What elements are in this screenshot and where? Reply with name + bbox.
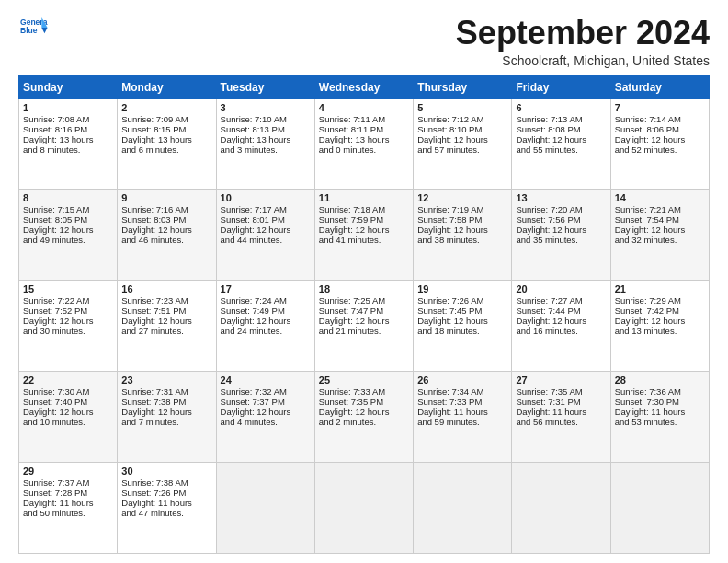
day-info: Sunrise: 7:26 AM <box>417 295 507 305</box>
day-info: Daylight: 12 hours <box>319 316 409 326</box>
day-info: Daylight: 12 hours <box>615 134 705 144</box>
day-info: Sunset: 7:54 PM <box>615 214 705 224</box>
day-info: Sunrise: 7:34 AM <box>417 386 507 396</box>
table-row: 27Sunrise: 7:35 AMSunset: 7:31 PMDayligh… <box>512 372 610 463</box>
day-info: Sunset: 7:58 PM <box>417 214 507 224</box>
day-info: and 3 minutes. <box>221 144 311 155</box>
calendar-table: Sunday Monday Tuesday Wednesday Thursday… <box>18 75 710 554</box>
col-monday: Monday <box>118 75 216 98</box>
day-info: Daylight: 12 hours <box>121 316 211 326</box>
day-info: and 7 minutes. <box>121 417 211 427</box>
day-info: and 47 minutes. <box>121 508 211 518</box>
col-wednesday: Wednesday <box>314 75 413 98</box>
calendar-page: General Blue September 2024 Schoolcraft,… <box>0 0 728 563</box>
table-row <box>314 463 413 554</box>
day-info: Sunset: 7:37 PM <box>221 396 311 407</box>
day-number: 18 <box>319 283 409 294</box>
day-info: Daylight: 12 hours <box>23 316 113 326</box>
day-info: Sunrise: 7:16 AM <box>121 204 211 214</box>
col-tuesday: Tuesday <box>216 75 314 98</box>
day-info: Sunset: 8:01 PM <box>221 214 311 224</box>
day-info: Sunrise: 7:15 AM <box>23 204 113 214</box>
day-info: Sunrise: 7:09 AM <box>121 114 211 124</box>
day-info: and 55 minutes. <box>516 144 606 155</box>
day-info: Daylight: 12 hours <box>23 224 113 235</box>
day-info: Daylight: 12 hours <box>319 407 409 417</box>
day-info: Daylight: 12 hours <box>615 224 705 235</box>
day-info: Sunrise: 7:18 AM <box>319 204 409 214</box>
table-row: 20Sunrise: 7:27 AMSunset: 7:44 PMDayligh… <box>512 281 610 372</box>
table-row: 1Sunrise: 7:08 AMSunset: 8:16 PMDaylight… <box>19 98 118 190</box>
table-row: 6Sunrise: 7:13 AMSunset: 8:08 PMDaylight… <box>512 98 610 190</box>
day-info: Daylight: 12 hours <box>516 134 606 144</box>
day-info: Daylight: 12 hours <box>417 134 507 144</box>
day-info: Daylight: 13 hours <box>319 134 409 144</box>
day-info: Sunset: 7:40 PM <box>23 396 113 407</box>
day-number: 22 <box>23 374 113 385</box>
day-info: Sunrise: 7:38 AM <box>121 477 211 488</box>
table-row: 4Sunrise: 7:11 AMSunset: 8:11 PMDaylight… <box>314 98 413 190</box>
day-info: Sunset: 7:51 PM <box>121 305 211 316</box>
day-info: Sunset: 7:28 PM <box>23 488 113 498</box>
day-info: Sunset: 7:42 PM <box>615 305 705 316</box>
day-info: and 53 minutes. <box>615 417 705 427</box>
table-row: 16Sunrise: 7:23 AMSunset: 7:51 PMDayligh… <box>118 281 216 372</box>
day-number: 11 <box>319 192 409 203</box>
day-info: Daylight: 12 hours <box>319 224 409 235</box>
calendar-week-row: 29Sunrise: 7:37 AMSunset: 7:28 PMDayligh… <box>19 463 710 554</box>
day-info: and 13 minutes. <box>615 326 705 336</box>
day-info: Sunrise: 7:31 AM <box>121 386 211 396</box>
day-info: and 49 minutes. <box>23 235 113 245</box>
day-number: 10 <box>221 192 311 203</box>
table-row: 15Sunrise: 7:22 AMSunset: 7:52 PMDayligh… <box>19 281 118 372</box>
day-info: Sunset: 7:59 PM <box>319 214 409 224</box>
table-row: 24Sunrise: 7:32 AMSunset: 7:37 PMDayligh… <box>216 372 314 463</box>
day-info: Sunrise: 7:21 AM <box>615 204 705 214</box>
day-info: and 21 minutes. <box>319 326 409 336</box>
day-info: Sunrise: 7:08 AM <box>23 114 113 124</box>
day-info: Sunset: 8:15 PM <box>121 124 211 134</box>
table-row: 12Sunrise: 7:19 AMSunset: 7:58 PMDayligh… <box>414 190 512 281</box>
day-number: 26 <box>417 374 507 385</box>
table-row <box>216 463 314 554</box>
day-info: and 38 minutes. <box>417 235 507 245</box>
day-info: Daylight: 11 hours <box>615 407 705 417</box>
day-number: 14 <box>615 192 705 203</box>
day-number: 29 <box>23 465 113 477</box>
day-info: Sunrise: 7:23 AM <box>121 295 211 305</box>
col-friday: Friday <box>512 75 610 98</box>
day-info: Sunset: 8:11 PM <box>319 124 409 134</box>
day-info: Sunrise: 7:27 AM <box>516 295 606 305</box>
day-info: Sunrise: 7:35 AM <box>516 386 606 396</box>
day-number: 23 <box>121 374 211 385</box>
day-info: Sunset: 7:38 PM <box>121 396 211 407</box>
day-info: and 52 minutes. <box>615 144 705 155</box>
day-info: Daylight: 11 hours <box>121 498 211 508</box>
day-info: and 6 minutes. <box>121 144 211 155</box>
day-info: Daylight: 12 hours <box>121 407 211 417</box>
calendar-header-row: Sunday Monday Tuesday Wednesday Thursday… <box>19 75 710 98</box>
day-info: and 16 minutes. <box>516 326 606 336</box>
day-number: 13 <box>516 192 606 203</box>
day-info: Sunrise: 7:17 AM <box>221 204 311 214</box>
day-info: and 2 minutes. <box>319 417 409 427</box>
day-info: Sunrise: 7:33 AM <box>319 386 409 396</box>
day-info: and 18 minutes. <box>417 326 507 336</box>
table-row: 26Sunrise: 7:34 AMSunset: 7:33 PMDayligh… <box>414 372 512 463</box>
day-info: Sunset: 7:33 PM <box>417 396 507 407</box>
day-number: 8 <box>23 192 113 203</box>
day-info: Sunset: 7:31 PM <box>516 396 606 407</box>
svg-text:Blue: Blue <box>20 26 38 35</box>
day-info: and 59 minutes. <box>417 417 507 427</box>
day-info: Sunrise: 7:22 AM <box>23 295 113 305</box>
day-info: Daylight: 12 hours <box>221 316 311 326</box>
day-info: Daylight: 12 hours <box>417 316 507 326</box>
day-info: Sunset: 7:26 PM <box>121 488 211 498</box>
logo-icon: General Blue <box>18 15 48 40</box>
table-row: 18Sunrise: 7:25 AMSunset: 7:47 PMDayligh… <box>314 281 413 372</box>
day-number: 5 <box>417 102 507 113</box>
day-info: and 44 minutes. <box>221 235 311 245</box>
day-number: 9 <box>121 192 211 203</box>
location: Schoolcraft, Michigan, United States <box>456 53 710 68</box>
day-number: 19 <box>417 283 507 294</box>
